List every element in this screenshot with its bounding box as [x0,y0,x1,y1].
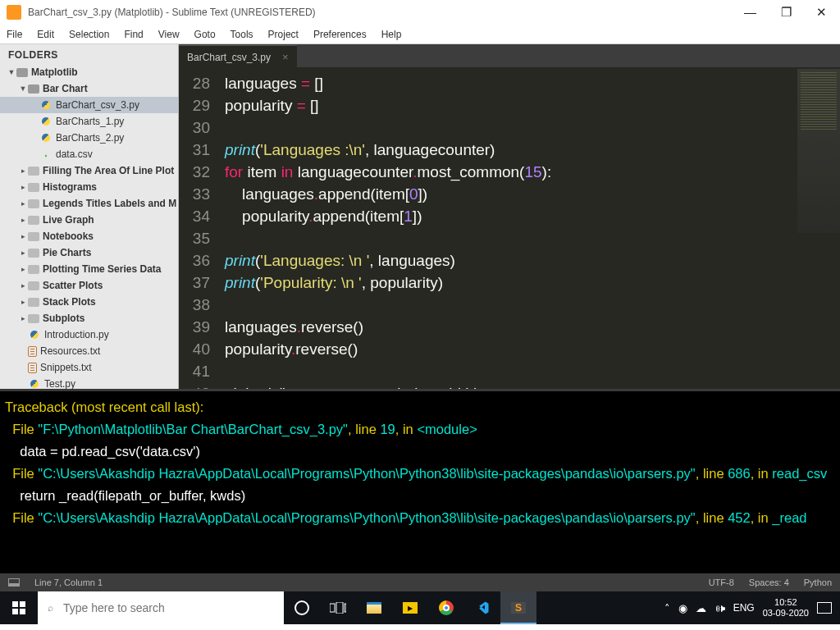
sidebar-header: FOLDERS [0,44,178,64]
svg-rect-0 [12,601,18,607]
menu-view[interactable]: View [158,29,180,40]
cortana-icon[interactable] [284,591,320,624]
tree-item[interactable]: ▸Subplots [0,310,178,326]
build-output[interactable]: Traceback (most recent call last): File … [0,389,840,573]
tray-clock[interactable]: 10:52 03-09-2020 [763,597,809,619]
tree-item[interactable]: Resources.txt [0,343,178,359]
tree-item[interactable]: ▸Scatter Plots [0,277,178,294]
explorer-icon[interactable] [356,591,392,624]
tree-item[interactable]: BarCharts_2.py [0,130,178,146]
status-syntax[interactable]: Python [804,578,832,587]
search-input[interactable] [63,601,274,614]
tree-item[interactable]: ▸Histograms [0,179,178,195]
taskbar-search[interactable]: ⌕ [38,591,284,624]
close-button[interactable]: ✕ [816,5,827,20]
status-encoding[interactable]: UTF-8 [709,578,734,587]
menu-project[interactable]: Project [268,29,299,40]
tab-label: BarChart_csv_3.py [187,52,271,63]
menu-find[interactable]: Find [124,29,143,40]
tree-item[interactable]: ▼Bar Chart [0,80,178,97]
menu-help[interactable]: Help [381,29,402,40]
menu-file[interactable]: File [7,29,22,40]
tree-item[interactable]: BarCharts_1.py [0,113,178,130]
tree-item[interactable]: ▸Plotting Time Series Data [0,261,178,277]
tree-item[interactable]: ▸Live Graph [0,212,178,228]
panel-toggle-icon[interactable] [8,578,20,587]
vscode-icon[interactable] [464,591,500,624]
menu-goto[interactable]: Goto [194,29,216,40]
tray-lang[interactable]: ENG [733,602,755,614]
maximize-button[interactable]: ❐ [781,5,792,20]
tabbar: BarChart_csv_3.py × [179,44,840,67]
titlebar: BarChart_csv_3.py (Matplotlib) - Sublime… [0,0,840,25]
status-indent[interactable]: Spaces: 4 [749,578,789,587]
tray-notifications-icon[interactable] [817,602,832,614]
svg-rect-3 [20,609,25,614]
gutter: 282930313233343536373839404142 [179,67,225,389]
tree-item[interactable]: ▸Notebooks [0,228,178,244]
tree-item[interactable]: ▸Pie Charts [0,244,178,261]
tree-item[interactable]: ⬪data.csv [0,146,178,162]
tray-location-icon[interactable]: ◉ [678,602,687,614]
chrome-icon[interactable] [428,591,464,624]
tree-item[interactable]: ▸Filling The Area Of Line Plot [0,162,178,179]
tree-item[interactable]: ▸Stack Plots [0,294,178,310]
tray-volume-icon[interactable]: 🕪 [714,602,725,614]
menubar: FileEditSelectionFindViewGotoToolsProjec… [0,25,840,44]
tree-item[interactable]: Introduction.py [0,326,178,343]
menu-selection[interactable]: Selection [69,29,109,40]
tree-item[interactable]: ▸Legends Titles Labels and M [0,195,178,212]
status-bar: Line 7, Column 1 UTF-8 Spaces: 4 Python [0,573,840,591]
svg-rect-2 [12,609,18,614]
tree-item[interactable]: Test.py [0,376,178,389]
window-title: BarChart_csv_3.py (Matplotlib) - Sublime… [28,7,316,18]
sidebar: FOLDERS ▼Matplotlib▼Bar ChartBarChart_cs… [0,44,179,389]
tab-active[interactable]: BarChart_csv_3.py × [179,45,297,67]
svg-rect-4 [330,604,335,612]
app-logo-icon [7,5,21,20]
menu-edit[interactable]: Edit [37,29,54,40]
sublime-icon[interactable]: S [500,591,536,624]
code-area[interactable]: languages = []popularity = [] print('Lan… [225,67,840,389]
editor: BarChart_csv_3.py × 28293031323334353637… [179,44,840,389]
svg-rect-1 [20,601,25,607]
taskview-icon[interactable] [320,591,356,624]
tree-item[interactable]: BarChart_csv_3.py [0,97,178,113]
taskbar: ⌕ ▶ S ˄ ◉ ☁ 🕪 ENG 10:52 03-09-2020 [0,591,840,624]
minimap[interactable] [797,69,840,233]
svg-rect-5 [336,602,343,614]
search-icon: ⌕ [48,602,53,614]
minimize-button[interactable]: ― [744,5,756,20]
potplayer-icon[interactable]: ▶ [392,591,428,624]
tray-chevron-icon[interactable]: ˄ [664,602,670,614]
tab-close-icon[interactable]: × [282,51,289,63]
tree-item[interactable]: ▼Matplotlib [0,64,178,80]
tree-item[interactable]: Snippets.txt [0,359,178,376]
tray-onedrive-icon[interactable]: ☁ [696,602,706,614]
start-button[interactable] [0,591,38,624]
menu-tools[interactable]: Tools [231,29,253,40]
menu-preferences[interactable]: Preferences [313,29,367,40]
svg-rect-6 [345,604,346,612]
status-cursor: Line 7, Column 1 [34,578,103,587]
